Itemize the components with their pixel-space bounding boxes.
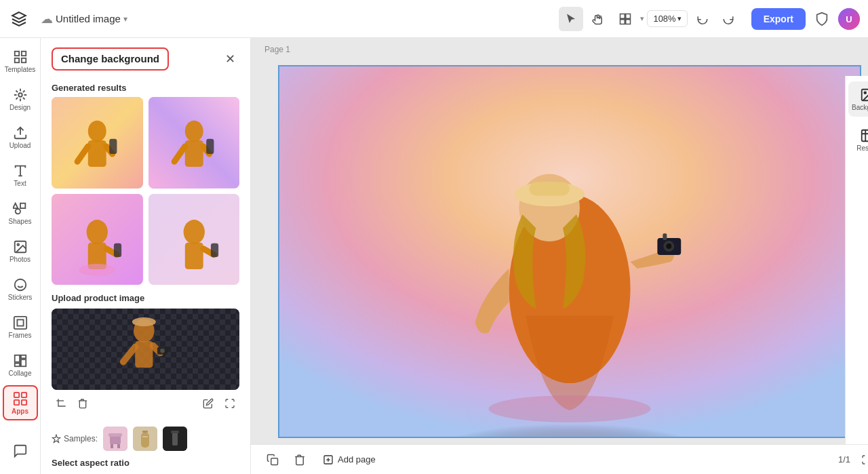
svg-rect-30 [14,399,18,404]
sidebar-item-apps[interactable]: Apps [3,385,38,420]
layout-tool-button[interactable] [613,7,637,31]
svg-rect-8 [14,58,18,62]
logo[interactable] [8,8,30,30]
topbar: ☁ Untitled image ▾ ▾ 108% ▾ Export [0,0,868,38]
svg-rect-0 [620,14,625,18]
right-panel-resize[interactable]: Resize [848,122,869,157]
samples-label: Samples: [52,434,98,443]
add-page-button[interactable]: Add page [316,450,382,469]
samples-row: Samples: [41,425,250,458]
svg-rect-64 [108,433,122,437]
svg-point-49 [79,264,115,276]
copy-page-button[interactable] [262,449,283,471]
sidebar-label-shapes: Shapes [9,218,32,225]
svg-point-45 [87,220,108,244]
undo-button[interactable] [690,7,715,31]
sidebar-item-collage[interactable]: Collage [3,347,38,382]
svg-point-14 [15,209,20,214]
generated-thumb-3[interactable] [52,194,143,285]
sample-bottle-thumb[interactable] [133,427,157,451]
sidebar-item-chat[interactable] [3,433,38,469]
generated-thumb-2[interactable] [149,97,240,189]
change-background-panel: Change background ✕ Generated results [41,38,251,474]
zoom-chevron-icon: ▾ [677,14,682,23]
svg-point-10 [18,93,22,97]
layout-chevron-icon[interactable]: ▾ [640,14,644,23]
generated-thumb-4[interactable] [149,194,240,285]
upload-section: Upload product image [41,293,250,425]
svg-point-82 [666,243,671,249]
upload-crop-button[interactable] [52,394,71,413]
svg-rect-26 [20,359,25,366]
hand-tool-button[interactable] [586,7,610,31]
redo-button[interactable] [716,7,741,31]
svg-rect-70 [142,436,148,437]
svg-rect-85 [271,458,278,465]
delete-page-button[interactable] [289,449,311,471]
doc-title: Untitled image [56,13,121,24]
svg-point-90 [864,92,866,94]
svg-text:U: U [846,14,852,24]
expand-button[interactable] [856,449,868,471]
generated-thumb-1[interactable] [52,97,143,189]
canvas-background [279,66,860,437]
right-panel-background[interactable]: Backgro... [848,81,869,117]
icon-sidebar: Templates Design Upload Text Shapes Phot… [0,38,41,474]
canvas-area[interactable]: Page 1 [251,38,868,444]
sidebar-item-frames[interactable]: Frames [3,309,38,344]
sidebar-item-photos[interactable]: Photos [3,233,38,269]
svg-rect-65 [111,444,113,448]
export-button[interactable]: Export [751,8,806,30]
upload-box[interactable] [52,309,239,390]
sidebar-item-shapes[interactable]: Shapes [3,195,38,231]
svg-line-58 [123,347,135,362]
sidebar-label-stickers: Stickers [8,294,33,301]
upload-title: Upload product image [52,293,239,309]
select-tool-button[interactable] [559,7,583,31]
sidebar-item-templates[interactable]: Templates [3,43,38,79]
svg-point-61 [160,349,165,353]
aspect-section: Select aspect ratio [41,458,250,474]
undo-redo-group [690,7,741,31]
svg-rect-66 [117,444,120,448]
svg-rect-48 [114,243,121,256]
panel-close-button[interactable]: ✕ [220,50,239,68]
shield-icon[interactable] [811,8,833,30]
svg-rect-3 [626,19,631,24]
svg-rect-34 [88,140,106,167]
svg-point-56 [132,317,156,326]
svg-rect-54 [210,243,218,256]
topbar-right: Export U [751,8,860,30]
sidebar-item-stickers[interactable]: Stickers [3,271,38,307]
upload-fullscreen-button[interactable] [220,394,239,413]
upload-edit-button[interactable] [199,394,218,413]
cloud-icon: ☁ [41,12,53,26]
sidebar-item-upload[interactable]: Upload [3,119,38,155]
svg-rect-15 [20,203,25,208]
svg-rect-69 [141,433,149,448]
page-counter: 1/1 [838,454,850,465]
sidebar-label-collage: Collage [9,370,32,377]
doc-chevron-icon[interactable]: ▾ [123,14,127,24]
canvas-frame[interactable] [278,65,861,438]
user-avatar[interactable]: U [838,8,860,30]
zoom-control[interactable]: 108% ▾ [647,10,687,27]
canvas-wrapper [251,38,868,444]
sample-dark-thumb[interactable] [163,427,187,451]
svg-marker-16 [13,203,18,208]
generated-results-title: Generated results [41,77,250,97]
svg-rect-29 [21,392,26,397]
svg-rect-83 [663,233,667,240]
svg-rect-2 [620,19,625,24]
panel-title: Change background [61,53,159,64]
sidebar-label-templates: Templates [5,66,36,73]
sidebar-label-upload: Upload [9,142,31,149]
svg-point-51 [183,220,204,244]
sidebar-item-design[interactable]: Design [3,81,38,117]
svg-point-39 [184,121,203,142]
add-page-label: Add page [338,454,376,465]
sample-chair-thumb[interactable] [103,427,127,451]
upload-delete-button[interactable] [73,394,92,413]
sidebar-label-frames: Frames [9,332,32,339]
sidebar-item-text[interactable]: Text [3,157,38,193]
